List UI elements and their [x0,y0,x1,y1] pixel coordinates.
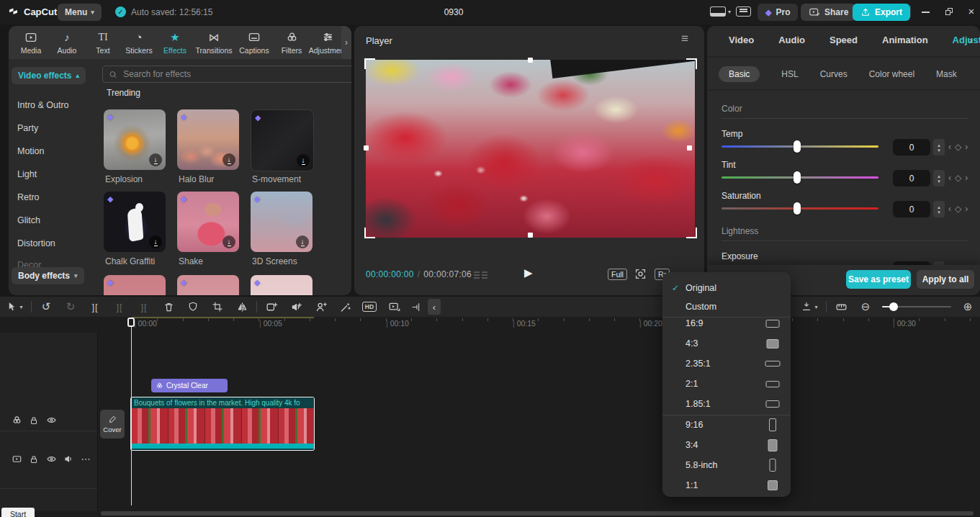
ratio-menu-item-1-1[interactable]: 1:1 [662,475,791,495]
tab-speed[interactable]: Speed [830,35,858,45]
tab-audio-right[interactable]: Audio [778,35,805,45]
saturation-stepper[interactable]: ▴▾ [933,201,945,217]
menu-button[interactable]: Menu ▾ [58,4,102,21]
lock-icon[interactable] [25,454,42,464]
temp-stepper[interactable]: ▴▾ [933,139,945,156]
effect-card-s-movement[interactable]: ◆ ↓ [251,109,314,171]
subtab-curves[interactable]: Curves [820,66,848,82]
effect-clip[interactable]: Crystal Clear [151,379,228,392]
video-effects-dropdown[interactable]: Video effects ▴ [12,67,86,84]
sidebar-item-glitch[interactable]: Glitch [17,215,40,225]
selection-corner-handle[interactable] [364,228,375,238]
selection-edge-handle[interactable] [528,233,533,238]
more-options-icon[interactable]: ⋯ [77,454,94,464]
selection-edge-handle[interactable] [364,145,369,150]
preview-quality-icon[interactable] [474,271,487,279]
split-left-button[interactable]: ][ [107,302,132,313]
ratio-menu-item-9-16[interactable]: 9:16 [662,415,791,435]
window-restore-button[interactable] [944,8,954,15]
redo-button[interactable]: ↻ [58,300,83,313]
timeline-zoom-slider[interactable] [882,302,951,312]
ratio-menu-item-3-4[interactable]: 3:4 [662,435,791,455]
keyframe-diamond-icon[interactable]: ◇ [955,142,961,152]
selection-corner-handle[interactable] [686,228,697,238]
mask-button[interactable] [181,301,205,313]
effect-card-partial[interactable]: ◆ [251,275,313,295]
subtab-basic[interactable]: Basic [719,66,760,82]
tab-video[interactable]: Video [729,35,754,45]
tab-captions[interactable]: Captions [235,31,274,55]
temp-value[interactable]: 0 [893,139,930,156]
temp-slider-knob[interactable] [794,140,801,153]
fit-zoom-button[interactable] [634,268,647,280]
selection-edge-handle[interactable] [528,58,533,63]
subtab-mask[interactable]: Mask [936,66,957,82]
effect-card-partial[interactable]: ◆ [177,275,239,295]
tabs-more-button[interactable]: › [969,35,972,45]
keyframe-next-icon[interactable]: › [965,173,968,183]
body-effects-dropdown[interactable]: Body effects ▾ [12,267,84,284]
save-as-preset-button[interactable]: Save as preset [846,270,911,289]
tab-stickers[interactable]: ◔ Stickers [121,31,157,55]
video-preview[interactable] [366,60,695,238]
effect-card-partial[interactable]: ◆ [104,275,166,295]
ai-enhance-button[interactable] [333,301,357,313]
tab-adjust[interactable]: Adjust [953,35,980,45]
sidebar-item-distortion[interactable]: Distortion [17,238,55,248]
saturation-slider[interactable] [721,207,878,210]
mirror-button[interactable] [230,301,254,313]
split-right-button[interactable]: ][ [132,302,156,313]
avatar-button[interactable] [308,301,333,313]
sidebar-item-retro[interactable]: Retro [17,192,40,202]
selection-corner-handle[interactable] [364,58,375,69]
tab-transitions[interactable]: ⋈ Transitions [193,31,235,55]
zoom-out-button[interactable]: ⊖ [853,300,878,313]
subtab-color-wheel[interactable]: Color wheel [869,66,914,82]
pro-button[interactable]: ◆ Pro [758,4,798,21]
notes-icon[interactable] [736,6,751,17]
tab-animation[interactable]: Animation [882,35,928,45]
window-minimize-button[interactable] [920,7,930,13]
tint-value[interactable]: 0 [893,170,930,186]
select-tool-button[interactable]: ▾ [0,301,29,313]
share-button[interactable]: Share [801,4,856,21]
cover-button[interactable]: Cover [100,410,125,439]
import-media-button[interactable] [259,301,284,313]
saturation-keyframe-controls[interactable]: ‹ ◇ › [948,204,968,214]
timeline-scale-button[interactable] [829,301,853,313]
ratio-menu-item-2-1[interactable]: 2:1 [662,374,791,394]
tab-effects[interactable]: ★ Effects [157,31,193,55]
sidebar-item-intro-outro[interactable]: Intro & Outro [17,100,69,110]
tab-text[interactable]: TI Text [85,31,121,55]
player-menu-icon[interactable]: ≡ [681,32,688,46]
ratio-menu-item-5-8-inch[interactable]: 5.8-inch [662,455,791,475]
effect-card-3d-screens[interactable]: ◆ ↓ [251,192,313,252]
export-clip-button[interactable] [382,301,406,313]
subtab-hsl[interactable]: HSL [781,66,798,82]
ratio-menu-item-1-85-1[interactable]: 1.85:1 [662,394,791,414]
fullscreen-button[interactable]: Full [608,269,627,280]
snap-toggle-button[interactable]: ▾ [795,301,824,313]
mute-icon[interactable] [60,454,77,464]
keyframe-prev-icon[interactable]: ‹ [948,173,951,183]
keyframe-next-icon[interactable]: › [965,204,968,214]
eye-icon[interactable] [42,415,60,426]
effects-search[interactable] [102,66,351,83]
search-input[interactable] [122,68,349,80]
tint-slider-knob[interactable] [794,171,801,184]
marker-button[interactable] [406,302,425,313]
playhead-line[interactable] [131,318,132,505]
play-button[interactable]: ▶ [524,266,533,279]
tab-strip-more-button[interactable]: › [341,26,351,59]
eye-icon[interactable] [42,454,60,464]
effect-card-chalk-graffiti[interactable]: ◆ ↓ [104,192,166,252]
export-button[interactable]: Export [853,4,910,21]
keyframe-next-icon[interactable]: › [965,142,968,152]
playhead-handle[interactable] [127,318,135,327]
window-close-button[interactable]: × [966,5,976,17]
effect-card-halo-blur[interactable]: ◆ ↓ [177,109,239,170]
tint-keyframe-controls[interactable]: ‹ ◇ › [948,173,968,183]
toolbar-collapse-button[interactable]: ‹ [428,299,441,315]
ratio-menu-item-16-9[interactable]: 16:9 [662,313,791,333]
tint-slider[interactable] [721,176,878,179]
